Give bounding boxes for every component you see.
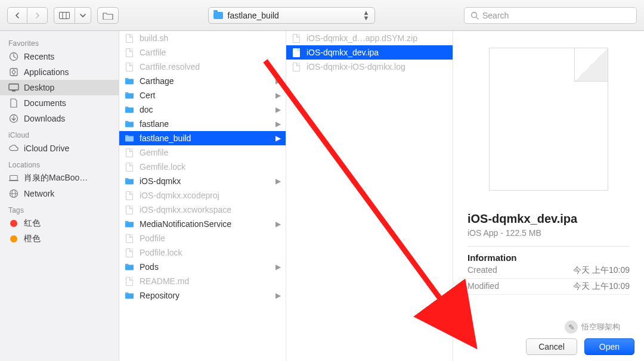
- view-mode-group: [54, 7, 91, 24]
- sidebar-item[interactable]: Network: [0, 186, 119, 201]
- folder-outline-icon: [103, 11, 113, 20]
- info-key: Created: [467, 265, 515, 276]
- sidebar-item-label: 红色: [24, 218, 41, 229]
- file-row[interactable]: Gemfile: [119, 145, 286, 160]
- sidebar-item-label: iCloud Drive: [24, 144, 69, 153]
- watermark-text: 悟空聊架构: [581, 322, 620, 332]
- file-row[interactable]: Repository▶: [119, 288, 286, 303]
- file-row[interactable]: README.md: [119, 274, 286, 288]
- chevron-right-icon: ▶: [275, 134, 281, 142]
- file-row[interactable]: doc▶: [119, 102, 286, 117]
- path-popup[interactable]: fastlane_build ▲▼: [208, 7, 375, 24]
- info-value: 今天 上午10:09: [515, 265, 630, 276]
- file-row[interactable]: iOS-dqmkx.xcodeproj: [119, 188, 286, 203]
- folder-icon: [124, 133, 135, 143]
- file-name: iOS-dqmkx-iOS-dqmkx.log: [306, 62, 405, 71]
- file-row[interactable]: Podfile: [119, 231, 286, 245]
- file-icon: [124, 34, 135, 43]
- sidebar-item[interactable]: 橙色: [0, 231, 119, 247]
- file-row[interactable]: fastlane_build▶: [119, 131, 286, 145]
- file-name: Carthage: [140, 76, 174, 86]
- preview-pane: iOS-dqmkx_dev.ipa iOS App - 122.5 MB Inf…: [453, 31, 644, 361]
- chevron-right-icon: ▶: [275, 105, 281, 114]
- file-name: Cert: [140, 91, 155, 100]
- folder-icon: [124, 291, 135, 300]
- file-row[interactable]: Pods▶: [119, 260, 286, 274]
- sidebar-item[interactable]: iCloud Drive: [0, 141, 119, 156]
- file-name: fastlane_build: [140, 133, 191, 143]
- sidebar-item[interactable]: Downloads: [0, 111, 119, 126]
- file-row[interactable]: iOS-dqmkx_dev.ipa: [286, 45, 453, 60]
- file-row[interactable]: fastlane▶: [119, 117, 286, 131]
- sidebar-item[interactable]: Documents: [0, 95, 119, 111]
- file-name: Gemfile.lock: [140, 162, 185, 172]
- columns-icon: [59, 12, 70, 19]
- chevron-right-icon: ▶: [275, 120, 281, 128]
- view-columns-button[interactable]: [54, 7, 75, 24]
- file-row[interactable]: Carthage▶: [119, 74, 286, 88]
- group-by-button[interactable]: [97, 7, 119, 24]
- file-row[interactable]: Cert▶: [119, 88, 286, 102]
- sidebar: FavoritesRecentsApplicationsDesktopDocum…: [0, 31, 119, 361]
- sidebar-item[interactable]: Recents: [0, 49, 119, 64]
- search-field[interactable]: [464, 7, 637, 24]
- folder-icon: [124, 91, 135, 100]
- back-button[interactable]: [7, 7, 27, 24]
- file-name: MediaNotificationService: [140, 219, 231, 229]
- file-row[interactable]: MediaNotificationService▶: [119, 217, 286, 231]
- laptop-icon: [8, 173, 19, 183]
- forward-button[interactable]: [27, 7, 48, 24]
- watermark: ✎ 悟空聊架构: [565, 320, 620, 334]
- file-name: Pods: [140, 262, 159, 272]
- sidebar-item-label: Applications: [24, 67, 69, 77]
- file-name: iOS-dqmkx: [140, 176, 181, 186]
- column-2[interactable]: iOS-dqmkx_d…app.dSYM.zipiOS-dqmkx_dev.ip…: [286, 31, 453, 361]
- clock-icon: [8, 52, 19, 61]
- sidebar-item[interactable]: 红色: [0, 216, 119, 231]
- file-row[interactable]: Podfile.lock: [119, 245, 286, 260]
- sidebar-item[interactable]: Desktop: [0, 80, 119, 95]
- globe-icon: [8, 189, 19, 198]
- page-fold-icon: [574, 48, 608, 82]
- sidebar-item[interactable]: 肖泉的MacBoo…: [0, 170, 119, 186]
- svg-rect-8: [12, 91, 16, 92]
- doc-icon: [8, 98, 19, 108]
- sidebar-item-label: Downloads: [24, 114, 65, 123]
- search-icon: [470, 11, 479, 20]
- cancel-button[interactable]: Cancel: [526, 338, 577, 355]
- search-input[interactable]: [482, 11, 630, 20]
- folder-icon: [213, 12, 223, 19]
- folder-icon: [124, 176, 135, 186]
- file-icon: [124, 277, 135, 286]
- tag-icon: [8, 235, 19, 242]
- info-key: Modified: [467, 281, 515, 292]
- file-row[interactable]: iOS-dqmkx▶: [119, 174, 286, 188]
- column-1[interactable]: build.shCartfileCartfile.resolved Cartha…: [119, 31, 286, 361]
- file-row[interactable]: iOS-dqmkx-iOS-dqmkx.log: [286, 60, 453, 74]
- file-row[interactable]: iOS-dqmkx.xcworkspace: [119, 203, 286, 217]
- chevron-left-icon: [14, 13, 20, 18]
- file-icon: [124, 234, 135, 243]
- current-folder-label: fastlane_build: [228, 11, 358, 20]
- file-row[interactable]: build.sh: [119, 31, 286, 45]
- file-row[interactable]: iOS-dqmkx_d…app.dSYM.zip: [286, 31, 453, 45]
- sidebar-section-header: Locations: [0, 156, 119, 170]
- sidebar-item-label: 肖泉的MacBoo…: [24, 173, 88, 183]
- preview-section-header: Information: [467, 246, 630, 263]
- file-name: Gemfile: [140, 148, 168, 157]
- open-dialog: fastlane_build ▲▼ FavoritesRecentsApplic…: [0, 0, 644, 361]
- sidebar-item-label: Recents: [24, 52, 54, 61]
- file-icon: [124, 48, 135, 57]
- chevron-right-icon: [35, 13, 41, 18]
- watermark-icon: ✎: [565, 320, 578, 334]
- sidebar-item-label: 橙色: [24, 234, 41, 244]
- open-button[interactable]: Open: [584, 338, 634, 355]
- sidebar-item[interactable]: Applications: [0, 64, 119, 80]
- file-row[interactable]: Cartfile: [119, 45, 286, 60]
- file-row[interactable]: Cartfile.resolved: [119, 60, 286, 74]
- view-options-button[interactable]: [75, 7, 91, 24]
- chevron-down-icon: [80, 13, 86, 18]
- file-row[interactable]: Gemfile.lock: [119, 160, 286, 174]
- preview-info-row: Created今天 上午10:09: [467, 263, 630, 279]
- file-name: iOS-dqmkx_dev.ipa: [306, 48, 379, 57]
